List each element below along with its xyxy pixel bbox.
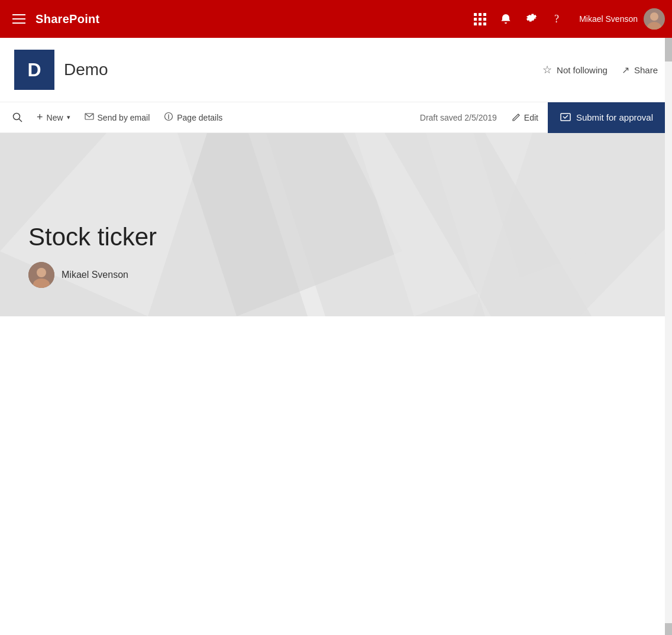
- new-label: New: [47, 113, 63, 122]
- send-email-button[interactable]: Send by email: [79, 108, 156, 127]
- draft-status: Draft saved 2/5/2019: [420, 113, 497, 122]
- hero-author: Mikael Svenson: [28, 262, 157, 288]
- bell-icon-button[interactable]: [494, 7, 518, 31]
- site-header-actions: ☆ Not following ↗ Share: [542, 63, 658, 76]
- nav-brand: SharePoint: [35, 12, 100, 26]
- svg-point-2: [650, 12, 658, 21]
- email-icon: [85, 112, 94, 124]
- page-details-button[interactable]: Page details: [158, 108, 228, 127]
- svg-line-5: [19, 119, 22, 122]
- edit-icon: [511, 113, 521, 122]
- help-icon-button[interactable]: ?: [546, 7, 570, 31]
- edit-button[interactable]: Edit: [504, 109, 545, 126]
- share-label: Share: [634, 65, 658, 75]
- site-logo: D: [14, 50, 54, 90]
- content-area: [0, 316, 672, 635]
- svg-point-19: [37, 268, 46, 277]
- nav-icons: ?: [468, 7, 570, 31]
- gear-icon: [526, 13, 538, 25]
- bell-icon: [500, 13, 512, 25]
- hero-section: Stock ticker Mikael Svenson: [0, 133, 672, 316]
- share-icon: ↗: [622, 64, 629, 76]
- site-header: D Demo ☆ Not following ↗ Share: [0, 38, 672, 102]
- page-details-label: Page details: [177, 113, 222, 122]
- edit-label: Edit: [524, 113, 538, 122]
- search-icon: [12, 112, 23, 123]
- gear-icon-button[interactable]: [520, 7, 544, 31]
- top-nav: SharePoint ? Mikael Svenson: [0, 0, 672, 38]
- submit-approval-button[interactable]: Submit for approval: [548, 102, 665, 133]
- hero-content: Stock ticker Mikael Svenson: [28, 223, 157, 288]
- send-email-label: Send by email: [98, 113, 150, 122]
- site-logo-letter: D: [27, 59, 41, 81]
- not-following-label: Not following: [557, 65, 608, 75]
- site-title: Demo: [64, 60, 108, 79]
- share-button[interactable]: ↗ Share: [622, 64, 658, 76]
- submit-label: Submit for approval: [576, 112, 653, 122]
- waffle-icon: [474, 13, 486, 25]
- scrollbar-thumb-top[interactable]: [665, 38, 672, 61]
- not-following-button[interactable]: ☆ Not following: [542, 63, 608, 76]
- svg-text:?: ?: [554, 13, 559, 25]
- scrollbar-thumb-bottom[interactable]: [665, 623, 672, 635]
- page-details-icon: [164, 112, 173, 124]
- search-button[interactable]: [7, 107, 28, 128]
- plus-icon: +: [37, 111, 43, 124]
- star-icon: ☆: [542, 63, 552, 76]
- chevron-down-icon: ▾: [67, 114, 70, 121]
- user-menu[interactable]: Mikael Svenson: [579, 8, 665, 30]
- hero-title: Stock ticker: [28, 223, 157, 251]
- submit-icon: [560, 112, 571, 124]
- user-name: Mikael Svenson: [579, 14, 638, 24]
- help-icon: ?: [552, 13, 564, 25]
- author-name: Mikael Svenson: [62, 270, 128, 280]
- toolbar: + New ▾ Send by email Page details Draft…: [0, 102, 672, 133]
- scrollbar-track[interactable]: [665, 38, 672, 635]
- waffle-icon-button[interactable]: [468, 7, 492, 31]
- new-button[interactable]: + New ▾: [31, 108, 76, 127]
- hamburger-button[interactable]: [7, 7, 31, 31]
- author-avatar: [28, 262, 54, 288]
- svg-point-4: [14, 113, 20, 119]
- avatar: [644, 8, 665, 30]
